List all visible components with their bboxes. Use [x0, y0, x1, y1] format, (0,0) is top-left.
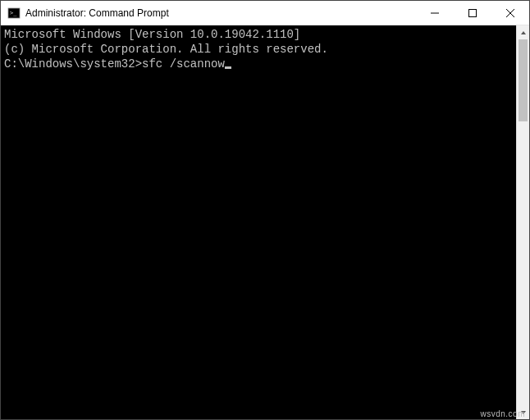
minimize-button[interactable]: [416, 1, 454, 25]
svg-marker-6: [521, 31, 526, 34]
scroll-down-button[interactable]: [517, 405, 529, 419]
svg-marker-7: [521, 411, 526, 414]
vertical-scrollbar[interactable]: [516, 25, 529, 419]
command-prompt-window: >_ Administrator: Command Prompt Microso…: [0, 0, 530, 420]
output-line: (c) Microsoft Corporation. All rights re…: [4, 42, 513, 57]
scroll-up-button[interactable]: [517, 25, 529, 39]
output-line: Microsoft Windows [Version 10.0.19042.11…: [4, 27, 513, 42]
client-area: Microsoft Windows [Version 10.0.19042.11…: [1, 25, 529, 419]
prompt-prefix: C:\Windows\system32>: [4, 57, 142, 71]
text-cursor: [225, 66, 231, 69]
cmd-icon: >_: [7, 7, 21, 20]
titlebar[interactable]: >_ Administrator: Command Prompt: [1, 1, 529, 25]
close-button[interactable]: [491, 1, 529, 25]
svg-text:>_: >_: [10, 10, 17, 16]
scroll-thumb[interactable]: [519, 39, 528, 121]
svg-rect-3: [469, 9, 477, 16]
prompt-line[interactable]: C:\Windows\system32>sfc /scannow: [4, 57, 513, 71]
typed-command: sfc /scannow: [142, 57, 225, 71]
maximize-button[interactable]: [454, 1, 491, 25]
terminal-output[interactable]: Microsoft Windows [Version 10.0.19042.11…: [1, 25, 516, 419]
window-title: Administrator: Command Prompt: [25, 7, 169, 19]
